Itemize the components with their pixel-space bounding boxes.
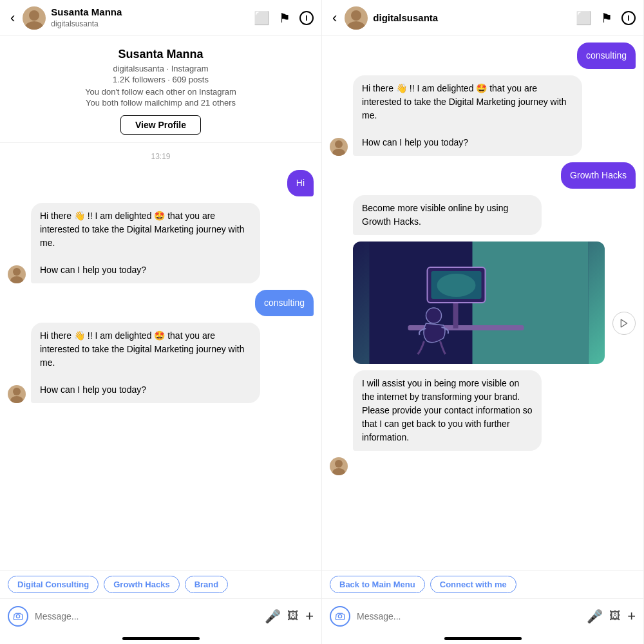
video-icon[interactable]: ⬜ <box>254 10 270 26</box>
profile-note2: You both follow mailchimp and 21 others <box>86 98 236 108</box>
msg-row-2: Hi there 👋 !! I am delighted 🤩 that you … <box>8 323 314 403</box>
svg-rect-12 <box>473 242 589 364</box>
right-msg-consulting: consulting <box>330 43 636 69</box>
svg-point-17 <box>426 308 442 323</box>
right-msg-growth: Growth Hacks <box>330 162 636 189</box>
svg-point-9 <box>335 140 343 148</box>
right-video-icon[interactable]: ⬜ <box>576 10 592 26</box>
right-bottom-bar <box>444 637 522 640</box>
right-info-icon[interactable]: i <box>621 11 636 25</box>
left-header: ‹ Susanta Manna digitalsusanta ⬜ ⚑ i <box>0 0 321 36</box>
avatar <box>23 6 46 30</box>
svg-point-21 <box>332 468 345 475</box>
send-icon-button[interactable] <box>612 312 636 335</box>
svg-point-3 <box>10 276 23 283</box>
header-name: Susanta Manna <box>51 6 249 17</box>
svg-point-22 <box>338 614 341 618</box>
back-button[interactable]: ‹ <box>8 10 17 26</box>
bubble-msg1: Hi there 👋 !! I am delighted 🤩 that you … <box>31 203 260 283</box>
image-icon[interactable]: 🖼 <box>287 609 299 623</box>
right-bubble-msg2-post: I will assist you in being more visible … <box>353 370 542 451</box>
right-bubble-msg1: Hi there 👋 !! I am delighted 🤩 that you … <box>353 75 582 156</box>
right-msg-row-1: Hi there 👋 !! I am delighted 🤩 that you … <box>330 75 636 156</box>
left-chat-area: 13:19 Hi Hi there 👋 !! I am delighted 🤩 … <box>0 143 321 570</box>
svg-point-7 <box>351 10 361 21</box>
right-header-name-block: digitalsusanta <box>373 12 571 23</box>
svg-point-0 <box>29 10 39 21</box>
svg-point-6 <box>16 614 19 618</box>
chip-back-to-main[interactable]: Back to Main Menu <box>330 576 425 593</box>
header-icons: ⬜ ⚑ i <box>254 10 314 26</box>
right-quick-replies: Back to Main Menu Connect with me <box>322 570 643 598</box>
right-camera-button[interactable] <box>330 606 350 627</box>
left-input-bar: 🎤 🖼 + <box>0 598 321 633</box>
view-profile-button[interactable]: View Profile <box>120 115 201 135</box>
growth-hacks-image <box>353 242 605 364</box>
bot-avatar-2 <box>8 385 26 403</box>
right-plus-icon[interactable]: + <box>627 608 636 625</box>
right-input-bar: 🎤 🖼 + <box>322 598 643 633</box>
left-quick-replies: Digital Consulting Growth Hacks Brand <box>0 570 321 598</box>
right-flag-icon[interactable]: ⚑ <box>601 10 612 26</box>
right-avatar <box>345 6 368 30</box>
msg-row-hi: Hi <box>8 170 314 196</box>
svg-point-18 <box>437 274 476 297</box>
svg-point-2 <box>13 268 21 276</box>
left-panel: ‹ Susanta Manna digitalsusanta ⬜ ⚑ i Sus… <box>0 0 322 644</box>
profile-platform: digitalsusanta · Instagram <box>113 64 208 73</box>
header-name-block: Susanta Manna digitalsusanta <box>51 6 249 29</box>
chip-digital-consulting[interactable]: Digital Consulting <box>8 576 99 593</box>
bubble-consulting: consulting <box>255 290 314 316</box>
right-chat-area: consulting Hi there 👋 !! I am delighted … <box>322 36 643 570</box>
plus-icon[interactable]: + <box>305 608 314 625</box>
svg-point-4 <box>13 388 21 395</box>
right-bubble-consulting: consulting <box>577 43 636 69</box>
svg-point-1 <box>25 21 43 30</box>
svg-marker-19 <box>621 319 627 327</box>
bot-avatar-1 <box>8 265 26 283</box>
chip-growth-hacks[interactable]: Growth Hacks <box>104 576 179 593</box>
msg-row-consulting: consulting <box>8 290 314 316</box>
msg-row-1: Hi there 👋 !! I am delighted 🤩 that you … <box>8 203 314 283</box>
right-header-username: digitalsusanta <box>373 12 571 23</box>
info-icon[interactable]: i <box>299 11 314 25</box>
profile-name: Susanta Manna <box>118 48 203 61</box>
flag-icon[interactable]: ⚑ <box>279 10 290 26</box>
right-bubble-msg2-pre: Become more visible online by using Grow… <box>353 195 542 235</box>
mic-icon[interactable]: 🎤 <box>265 609 281 624</box>
right-header: ‹ digitalsusanta ⬜ ⚑ i <box>322 0 643 36</box>
right-image-icon[interactable]: 🖼 <box>609 609 621 623</box>
right-back-button[interactable]: ‹ <box>330 10 339 26</box>
bubble-hi: Hi <box>287 170 314 196</box>
camera-button[interactable] <box>8 606 28 627</box>
right-mic-icon[interactable]: 🎤 <box>587 609 603 624</box>
right-header-icons: ⬜ ⚑ i <box>576 10 636 26</box>
right-bot-avatar-1 <box>330 138 348 156</box>
right-msg-row-2: Become more visible online by using Grow… <box>330 195 636 451</box>
svg-point-8 <box>347 21 365 30</box>
left-bottom-bar <box>122 637 200 640</box>
svg-point-5 <box>10 396 23 403</box>
profile-stats: 1.2K followers · 609 posts <box>113 75 209 84</box>
right-bubble-growth: Growth Hacks <box>561 162 636 189</box>
right-bot-avatar-row <box>330 457 636 475</box>
header-username: digitalsusanta <box>51 19 98 28</box>
right-panel: ‹ digitalsusanta ⬜ ⚑ i consulting Hi the… <box>322 0 644 644</box>
right-message-input[interactable] <box>357 611 580 621</box>
svg-point-10 <box>332 149 345 156</box>
profile-info: Susanta Manna digitalsusanta · Instagram… <box>0 36 321 143</box>
chip-connect-with-me[interactable]: Connect with me <box>430 576 516 593</box>
timestamp: 13:19 <box>8 152 314 161</box>
svg-point-20 <box>335 460 343 468</box>
bubble-msg2: Hi there 👋 !! I am delighted 🤩 that you … <box>31 323 260 403</box>
chip-brand[interactable]: Brand <box>185 576 229 593</box>
profile-note1: You don't follow each other on Instagram <box>85 87 236 97</box>
left-message-input[interactable] <box>35 611 258 621</box>
right-bot-avatar-2 <box>330 457 348 475</box>
